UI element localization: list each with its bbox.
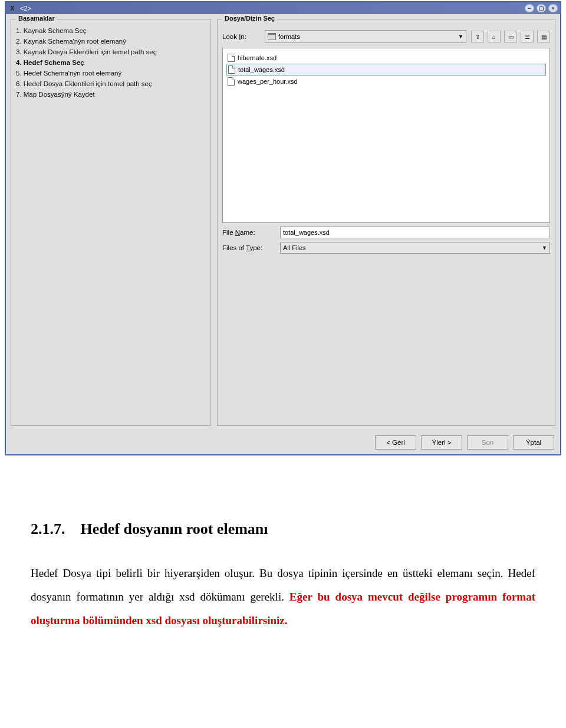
wizard-step: 5. Hedef Schema'nýn root elemaný: [16, 68, 206, 78]
document-icon: [228, 54, 235, 62]
cancel-button[interactable]: Ýptal: [513, 435, 554, 450]
folder-icon: [268, 33, 276, 40]
heading-number: 2.1.7.: [31, 520, 65, 537]
wizard-window: X <2> – ▢ × Basamaklar 1. Kaynak Schema …: [5, 1, 561, 455]
lookin-combo[interactable]: formats ▼: [265, 30, 466, 43]
wizard-step: 1. Kaynak Schema Seç: [16, 25, 206, 36]
steps-list: 1. Kaynak Schema Seç2. Kaynak Schema'nýn…: [16, 25, 206, 100]
file-item[interactable]: wages_per_hour.xsd: [226, 76, 546, 87]
wizard-step: 7. Map Dosyasýný Kaydet: [16, 89, 206, 100]
file-item[interactable]: hibernate.xsd: [226, 52, 546, 64]
chooser-legend: Dosya/Dizin Seç: [222, 15, 277, 22]
file-chooser-panel: Dosya/Dizin Seç Look In: formats ▼ ⇧ ⌂ ▭…: [217, 19, 555, 426]
file-list[interactable]: hibernate.xsdtotal_wages.xsdwages_per_ho…: [222, 48, 550, 223]
steps-legend: Basamaklar: [16, 15, 57, 22]
wizard-step: 3. Kaynak Dosya Eklentileri için temel p…: [16, 47, 206, 57]
up-folder-button[interactable]: ⇧: [471, 31, 484, 42]
filename-input[interactable]: [280, 227, 550, 238]
filetype-value: All Files: [283, 244, 306, 251]
window-title: <2>: [20, 5, 31, 12]
detail-view-button[interactable]: ▤: [537, 31, 550, 42]
wizard-step: 6. Hedef Dosya Eklentileri için temel pa…: [16, 78, 206, 89]
chevron-down-icon: ▼: [458, 34, 463, 40]
wizard-step: 4. Hedef Schema Seç: [16, 57, 206, 68]
file-name: total_wages.xsd: [238, 66, 285, 73]
document-icon: [228, 77, 235, 86]
file-name: hibernate.xsd: [238, 54, 277, 61]
document-body: 2.1.7. Hedef dosyanın root elemanı Hedef…: [24, 520, 542, 650]
maximize-button[interactable]: ▢: [537, 4, 546, 12]
file-item[interactable]: total_wages.xsd: [226, 64, 546, 76]
section-heading: 2.1.7. Hedef dosyanın root elemanı: [31, 520, 535, 538]
filename-label: File Name:: [222, 229, 280, 236]
wizard-button-bar: < Geri Ýleri > Son Ýptal: [6, 431, 560, 454]
lookin-value: formats: [278, 33, 300, 40]
home-button[interactable]: ⌂: [488, 31, 501, 42]
filetype-label: Files of Type:: [222, 244, 280, 251]
minimize-button[interactable]: –: [525, 4, 534, 12]
next-button[interactable]: Ýleri >: [421, 435, 462, 450]
document-icon: [228, 65, 235, 74]
close-button[interactable]: ×: [548, 4, 558, 12]
lookin-label: Look In:: [222, 33, 265, 40]
file-name: wages_per_hour.xsd: [238, 78, 298, 85]
back-button[interactable]: < Geri: [375, 435, 416, 450]
heading-title: Hedef dosyanın root elemanı: [81, 520, 268, 537]
body-paragraph: Hedef Dosya tipi belirli bir hiyerarşide…: [31, 562, 535, 632]
filetype-combo[interactable]: All Files ▼: [280, 242, 550, 254]
app-icon: X: [8, 5, 17, 12]
finish-button: Son: [467, 435, 508, 450]
steps-panel: Basamaklar 1. Kaynak Schema Seç2. Kaynak…: [11, 19, 211, 426]
window-titlebar[interactable]: X <2> – ▢ ×: [6, 2, 560, 14]
new-folder-button[interactable]: ▭: [504, 31, 517, 42]
wizard-step: 2. Kaynak Schema'nýn root elemaný: [16, 36, 206, 47]
chevron-down-icon: ▼: [542, 245, 547, 251]
list-view-button[interactable]: ☰: [521, 31, 534, 42]
